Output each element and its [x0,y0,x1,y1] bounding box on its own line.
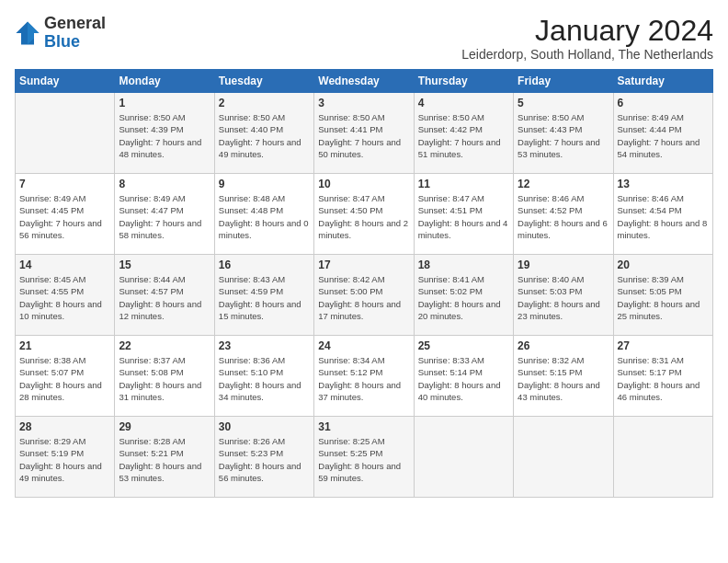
day-info: Sunrise: 8:42 AMSunset: 5:00 PMDaylight:… [318,273,409,322]
day-number: 17 [318,259,409,271]
day-info: Sunrise: 8:28 AMSunset: 5:21 PMDaylight:… [119,435,210,484]
day-cell: 14 Sunrise: 8:45 AMSunset: 4:55 PMDaylig… [16,255,115,336]
logo-blue-text: Blue [44,32,80,51]
day-info: Sunrise: 8:45 AMSunset: 4:55 PMDaylight:… [19,273,110,322]
col-friday: Friday [514,70,613,93]
day-number: 22 [119,339,210,352]
day-number: 16 [219,259,310,271]
day-cell: 1 Sunrise: 8:50 AMSunset: 4:39 PMDayligh… [115,93,214,174]
day-info: Sunrise: 8:31 AMSunset: 5:17 PMDaylight:… [618,354,709,403]
col-tuesday: Tuesday [214,70,313,93]
col-monday: Monday [115,70,214,93]
calendar-table: Sunday Monday Tuesday Wednesday Thursday… [15,69,713,498]
day-info: Sunrise: 8:25 AMSunset: 5:25 PMDaylight:… [318,435,409,484]
header: General Blue January 2024 Leiderdorp, So… [15,15,713,62]
day-cell: 25 Sunrise: 8:33 AMSunset: 5:14 PMDaylig… [414,336,513,417]
week-row-1: 7 Sunrise: 8:49 AMSunset: 4:45 PMDayligh… [16,174,713,255]
day-info: Sunrise: 8:49 AMSunset: 4:45 PMDaylight:… [19,192,110,241]
day-number: 29 [119,420,210,433]
day-info: Sunrise: 8:33 AMSunset: 5:14 PMDaylight:… [418,354,509,403]
day-cell: 11 Sunrise: 8:47 AMSunset: 4:51 PMDaylig… [414,174,513,255]
day-cell: 15 Sunrise: 8:44 AMSunset: 4:57 PMDaylig… [115,255,214,336]
day-number: 6 [618,97,709,109]
day-number: 8 [119,178,210,190]
day-number: 5 [518,97,609,109]
day-cell [16,93,115,174]
day-cell: 5 Sunrise: 8:50 AMSunset: 4:43 PMDayligh… [514,93,613,174]
day-cell [613,417,712,498]
logo-icon [15,20,40,46]
day-cell: 18 Sunrise: 8:41 AMSunset: 5:02 PMDaylig… [414,255,513,336]
week-row-4: 28 Sunrise: 8:29 AMSunset: 5:19 PMDaylig… [16,417,713,498]
day-cell: 26 Sunrise: 8:32 AMSunset: 5:15 PMDaylig… [514,336,613,417]
week-row-0: 1 Sunrise: 8:50 AMSunset: 4:39 PMDayligh… [16,93,713,174]
day-info: Sunrise: 8:48 AMSunset: 4:48 PMDaylight:… [219,192,310,241]
day-number: 7 [19,178,110,190]
day-info: Sunrise: 8:44 AMSunset: 4:57 PMDaylight:… [119,273,210,322]
day-number: 30 [219,420,310,433]
day-number: 31 [318,420,409,433]
day-cell: 10 Sunrise: 8:47 AMSunset: 4:50 PMDaylig… [314,174,414,255]
day-number: 3 [318,97,409,109]
month-title: January 2024 [461,15,713,47]
col-saturday: Saturday [613,70,712,93]
day-number: 9 [219,178,310,190]
logo-general-text: General [44,14,106,32]
day-number: 14 [19,259,110,271]
day-info: Sunrise: 8:50 AMSunset: 4:41 PMDaylight:… [318,111,409,160]
day-number: 12 [518,178,609,190]
day-cell: 22 Sunrise: 8:37 AMSunset: 5:08 PMDaylig… [115,336,214,417]
day-cell: 12 Sunrise: 8:46 AMSunset: 4:52 PMDaylig… [514,174,613,255]
day-info: Sunrise: 8:43 AMSunset: 4:59 PMDaylight:… [219,273,310,322]
day-info: Sunrise: 8:37 AMSunset: 5:08 PMDaylight:… [119,354,210,403]
day-number: 21 [19,339,110,352]
day-number: 18 [418,259,509,271]
day-cell: 31 Sunrise: 8:25 AMSunset: 5:25 PMDaylig… [314,417,414,498]
day-cell: 21 Sunrise: 8:38 AMSunset: 5:07 PMDaylig… [16,336,115,417]
day-cell: 6 Sunrise: 8:49 AMSunset: 4:44 PMDayligh… [613,93,712,174]
day-number: 27 [618,339,709,352]
day-cell: 30 Sunrise: 8:26 AMSunset: 5:23 PMDaylig… [214,417,313,498]
week-row-3: 21 Sunrise: 8:38 AMSunset: 5:07 PMDaylig… [16,336,713,417]
day-cell: 27 Sunrise: 8:31 AMSunset: 5:17 PMDaylig… [613,336,712,417]
day-info: Sunrise: 8:46 AMSunset: 4:54 PMDaylight:… [618,192,709,241]
day-info: Sunrise: 8:50 AMSunset: 4:39 PMDaylight:… [119,111,210,160]
location: Leiderdorp, South Holland, The Netherlan… [461,47,713,62]
col-thursday: Thursday [414,70,513,93]
day-cell: 24 Sunrise: 8:34 AMSunset: 5:12 PMDaylig… [314,336,414,417]
day-cell: 4 Sunrise: 8:50 AMSunset: 4:42 PMDayligh… [414,93,513,174]
day-cell: 23 Sunrise: 8:36 AMSunset: 5:10 PMDaylig… [214,336,313,417]
day-info: Sunrise: 8:38 AMSunset: 5:07 PMDaylight:… [19,354,110,403]
day-cell: 20 Sunrise: 8:39 AMSunset: 5:05 PMDaylig… [613,255,712,336]
day-info: Sunrise: 8:26 AMSunset: 5:23 PMDaylight:… [219,435,310,484]
day-cell: 17 Sunrise: 8:42 AMSunset: 5:00 PMDaylig… [314,255,414,336]
header-row: Sunday Monday Tuesday Wednesday Thursday… [16,70,713,93]
day-info: Sunrise: 8:29 AMSunset: 5:19 PMDaylight:… [19,435,110,484]
week-row-2: 14 Sunrise: 8:45 AMSunset: 4:55 PMDaylig… [16,255,713,336]
day-cell: 13 Sunrise: 8:46 AMSunset: 4:54 PMDaylig… [613,174,712,255]
day-number: 10 [318,178,409,190]
day-cell [514,417,613,498]
day-number: 4 [418,97,509,109]
day-info: Sunrise: 8:47 AMSunset: 4:51 PMDaylight:… [418,192,509,241]
day-cell: 16 Sunrise: 8:43 AMSunset: 4:59 PMDaylig… [214,255,313,336]
col-wednesday: Wednesday [314,70,414,93]
day-info: Sunrise: 8:49 AMSunset: 4:47 PMDaylight:… [119,192,210,241]
day-number: 24 [318,339,409,352]
day-cell: 19 Sunrise: 8:40 AMSunset: 5:03 PMDaylig… [514,255,613,336]
title-block: January 2024 Leiderdorp, South Holland, … [461,15,713,62]
day-cell: 3 Sunrise: 8:50 AMSunset: 4:41 PMDayligh… [314,93,414,174]
day-number: 19 [518,259,609,271]
day-number: 28 [19,420,110,433]
day-number: 23 [219,339,310,352]
day-number: 1 [119,97,210,109]
day-info: Sunrise: 8:49 AMSunset: 4:44 PMDaylight:… [618,111,709,160]
day-info: Sunrise: 8:50 AMSunset: 4:43 PMDaylight:… [518,111,609,160]
day-cell: 2 Sunrise: 8:50 AMSunset: 4:40 PMDayligh… [214,93,313,174]
day-cell: 29 Sunrise: 8:28 AMSunset: 5:21 PMDaylig… [115,417,214,498]
day-info: Sunrise: 8:40 AMSunset: 5:03 PMDaylight:… [518,273,609,322]
day-cell: 28 Sunrise: 8:29 AMSunset: 5:19 PMDaylig… [16,417,115,498]
day-info: Sunrise: 8:32 AMSunset: 5:15 PMDaylight:… [518,354,609,403]
day-info: Sunrise: 8:36 AMSunset: 5:10 PMDaylight:… [219,354,310,403]
day-info: Sunrise: 8:50 AMSunset: 4:42 PMDaylight:… [418,111,509,160]
